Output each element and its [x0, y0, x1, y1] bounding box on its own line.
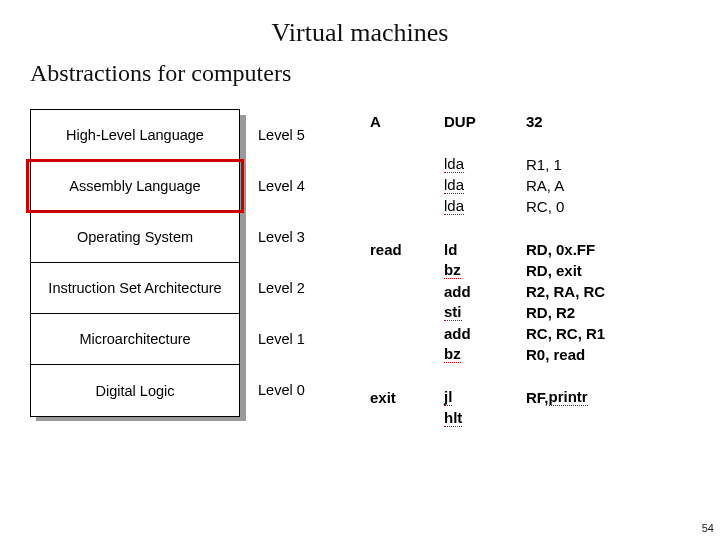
asm-args: RC, 0 [526, 196, 690, 217]
level-label: Level 5 [258, 109, 305, 160]
asm-op: ld [444, 239, 504, 260]
asm-operand-col: 32 R1, 1 RA, A RC, 0 RD, 0x.FF RD, exit … [526, 111, 690, 451]
table-row: Operating System [31, 212, 239, 263]
abstraction-table: High-Level Language Assembly Language Op… [30, 109, 240, 417]
asm-label [370, 260, 422, 281]
asm-label: read [370, 239, 422, 260]
asm-op: add [444, 323, 504, 344]
asm-label: exit [370, 387, 422, 408]
level-label: Level 2 [258, 262, 305, 313]
asm-args: R0, read [526, 344, 690, 365]
level-label: Level 0 [258, 364, 305, 415]
table-row: Instruction Set Architecture [31, 263, 239, 314]
table-row: Microarchitecture [31, 314, 239, 365]
level-label: Level 4 [258, 160, 305, 211]
assembly-listing: A read exit [370, 109, 690, 451]
asm-op: sti [444, 302, 504, 323]
asm-op: lda [444, 154, 504, 175]
asm-args: RD, R2 [526, 302, 690, 323]
level-label: Level 1 [258, 313, 305, 364]
asm-labels-col: A read exit [370, 111, 422, 451]
asm-args: 32 [526, 111, 690, 132]
asm-label [370, 323, 422, 344]
asm-args: R2, RA, RC [526, 281, 690, 302]
asm-op: lda [444, 175, 504, 196]
slide-body: High-Level Language Assembly Language Op… [30, 109, 690, 451]
slide-title: Virtual machines [30, 18, 690, 48]
asm-label [370, 281, 422, 302]
table-row: High-Level Language [31, 110, 239, 161]
asm-args: RD, 0x.FF [526, 239, 690, 260]
asm-op: lda [444, 196, 504, 217]
asm-op: jl [444, 387, 504, 408]
asm-op: add [444, 281, 504, 302]
slide-subtitle: Abstractions for computers [30, 60, 690, 87]
asm-label [370, 154, 422, 175]
asm-op: bz [444, 344, 504, 365]
asm-label [370, 196, 422, 217]
asm-label [370, 175, 422, 196]
page-number: 54 [702, 522, 714, 534]
asm-label [370, 344, 422, 365]
table-row: Assembly Language [31, 161, 239, 212]
level-labels: Level 5 Level 4 Level 3 Level 2 Level 1 … [258, 109, 305, 415]
asm-args: R1, 1 [526, 154, 690, 175]
asm-op: DUP [444, 111, 504, 132]
asm-args: RC, RC, R1 [526, 323, 690, 344]
asm-mnemonic-col: DUP lda lda lda ld bz add sti add bz jl [444, 111, 504, 451]
asm-label [370, 302, 422, 323]
asm-op: bz [444, 260, 504, 281]
asm-op: hlt [444, 408, 504, 429]
layers-column: High-Level Language Assembly Language Op… [30, 109, 370, 417]
asm-args: RF, printr [526, 387, 690, 408]
asm-args: RA, A [526, 175, 690, 196]
table-row: Digital Logic [31, 365, 239, 416]
asm-label: A [370, 111, 422, 132]
level-label: Level 3 [258, 211, 305, 262]
asm-args: RD, exit [526, 260, 690, 281]
